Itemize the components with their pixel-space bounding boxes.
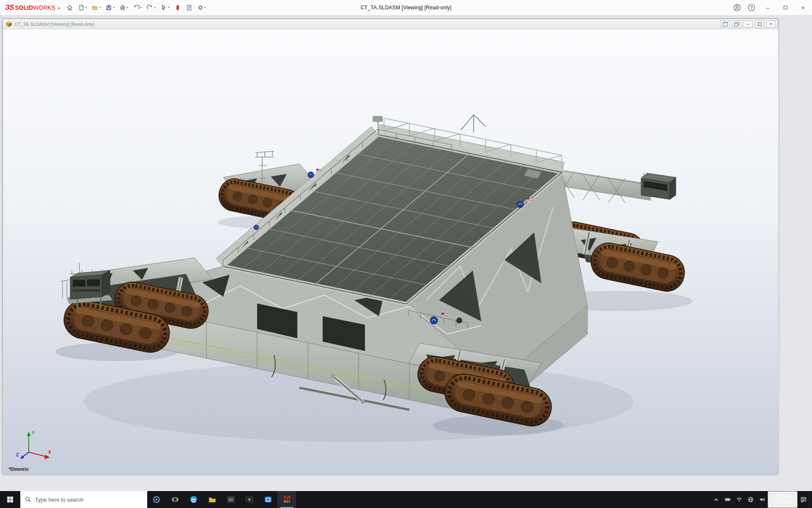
- cortana-icon: [153, 496, 160, 503]
- svg-text:Y: Y: [32, 431, 35, 435]
- file-explorer-app-button[interactable]: [203, 491, 222, 508]
- undo-button[interactable]: ▾: [131, 3, 144, 12]
- file-properties-icon: [186, 4, 192, 11]
- start-button[interactable]: [0, 491, 20, 508]
- crawler-transporter-group: [55, 115, 693, 442]
- close-button[interactable]: ×: [794, 0, 812, 15]
- clock-date: 1/27/2021: [772, 500, 793, 505]
- account-button[interactable]: [730, 0, 744, 15]
- redo-icon: [147, 4, 154, 11]
- mdi-workspace: CT_TA.SLDASM [Viewing] [Read-only] – ×: [0, 16, 812, 491]
- tray-expand-button[interactable]: [710, 491, 722, 508]
- doc-window-option-button-2[interactable]: [732, 20, 741, 28]
- dropdown-caret-icon: ▾: [168, 6, 170, 9]
- print-icon: [119, 4, 126, 11]
- document-titlebar[interactable]: CT_TA.SLDASM [Viewing] [Read-only] – ×: [3, 19, 778, 29]
- search-icon: [25, 496, 31, 503]
- action-center-icon: [800, 496, 807, 503]
- battery-button[interactable]: [722, 491, 733, 508]
- maximize-button[interactable]: [776, 0, 794, 15]
- action-center-button[interactable]: [798, 491, 809, 508]
- minimize-button[interactable]: –: [759, 0, 776, 15]
- blue-app-icon: [264, 495, 272, 504]
- rebuild-stoplight-icon: [174, 4, 181, 11]
- doc-close-button[interactable]: ×: [766, 20, 776, 28]
- graphics-viewport[interactable]: Y X Z *Dimetric: [3, 29, 778, 474]
- restore-box-icon: [758, 22, 762, 26]
- svg-text:Z: Z: [16, 453, 19, 457]
- doc-restore-button[interactable]: [755, 20, 764, 28]
- windows-taskbar: SW 2021 10:53 AM 1/27/2021: [0, 491, 812, 508]
- save-button[interactable]: ▾: [104, 3, 116, 12]
- dropdown-caret-icon: ▾: [205, 6, 206, 9]
- pinned-app-dark-button[interactable]: [222, 491, 240, 508]
- chevron-up-icon: [713, 497, 719, 503]
- options-gear-icon: [197, 4, 204, 11]
- file-properties-button[interactable]: [184, 3, 194, 12]
- globe-icon: [747, 496, 754, 503]
- search-input[interactable]: [35, 497, 143, 503]
- globe-network-button[interactable]: [745, 491, 756, 508]
- quick-access-toolbar: ▾ ▾ ▾ ▾ ▾ ▾ ▾: [65, 3, 208, 12]
- print-button[interactable]: ▾: [118, 3, 130, 12]
- dropdown-caret-icon: ▾: [113, 6, 115, 9]
- save-icon: [105, 4, 112, 11]
- window-pane-icon: [722, 22, 728, 27]
- volume-button[interactable]: [756, 491, 768, 508]
- photo-viewer-app-icon: [227, 495, 235, 504]
- cascade-windows-icon: [734, 22, 740, 27]
- solidworks-app-button[interactable]: SW 2021: [277, 491, 296, 508]
- wifi-icon: [736, 496, 743, 503]
- solidworks-application: ЗSSOLIDWORKS ▸ ▾ ▾ ▾ ▾: [0, 0, 812, 508]
- home-icon: [66, 4, 73, 11]
- help-button[interactable]: ?: [744, 0, 759, 15]
- document-window: CT_TA.SLDASM [Viewing] [Read-only] – ×: [3, 19, 778, 474]
- cortana-button[interactable]: [147, 491, 166, 508]
- file-explorer-icon: [208, 495, 217, 504]
- maximize-box-icon: [784, 6, 787, 9]
- solidworks-logo: ЗSSOLIDWORKS: [5, 3, 55, 12]
- doc-minimize-button[interactable]: –: [743, 20, 753, 28]
- taskbar-search[interactable]: [20, 491, 147, 508]
- windows-start-icon: [7, 496, 14, 503]
- new-document-button[interactable]: ▾: [76, 3, 89, 12]
- dropdown-caret-icon: ▾: [140, 6, 142, 9]
- reference-triad: Y X Z: [13, 426, 53, 462]
- solidworks-logo-solid: SOLID: [15, 4, 33, 11]
- rebuild-button[interactable]: [173, 3, 183, 12]
- options-button[interactable]: ▾: [195, 3, 208, 12]
- redo-button[interactable]: ▾: [145, 3, 158, 12]
- menu-flyout-arrow-icon[interactable]: ▸: [58, 6, 60, 10]
- open-folder-icon: [91, 4, 98, 11]
- show-desktop-button[interactable]: [809, 491, 812, 508]
- titlebar-right-controls: ? – ×: [730, 0, 812, 15]
- clock-time: 10:53 AM: [774, 494, 793, 500]
- new-document-icon: [78, 4, 85, 11]
- account-person-icon: [733, 4, 741, 11]
- edge-app-button[interactable]: [184, 491, 203, 508]
- svg-text:?: ?: [750, 6, 753, 10]
- dropdown-caret-icon: ▾: [85, 6, 87, 9]
- edge-browser-icon: [189, 495, 198, 504]
- svg-text:X: X: [48, 450, 51, 455]
- select-cursor-icon: [160, 4, 167, 11]
- help-icon: ?: [748, 4, 755, 11]
- solidworks-logo-works: WORKS: [33, 4, 55, 11]
- undo-icon: [133, 4, 140, 11]
- document-window-controls: – ×: [721, 20, 776, 28]
- task-view-button[interactable]: [166, 491, 184, 508]
- view-orientation-label: *Dimetric: [8, 467, 29, 472]
- system-tray: 10:53 AM 1/27/2021: [710, 491, 812, 508]
- doc-window-option-button-1[interactable]: [721, 20, 730, 28]
- taskbar-clock[interactable]: 10:53 AM 1/27/2021: [768, 491, 798, 508]
- speaker-icon: [759, 496, 765, 503]
- solidworks-app-icon: SW 2021: [283, 495, 291, 504]
- pinned-app-blue-button[interactable]: [259, 491, 277, 508]
- home-button[interactable]: [65, 3, 75, 12]
- pinned-app-media-button[interactable]: [240, 491, 259, 508]
- network-button[interactable]: [733, 491, 745, 508]
- select-button[interactable]: ▾: [159, 3, 171, 12]
- media-app-icon: [245, 495, 254, 504]
- crawler-transporter-model: [3, 29, 778, 474]
- open-button[interactable]: ▾: [90, 3, 102, 12]
